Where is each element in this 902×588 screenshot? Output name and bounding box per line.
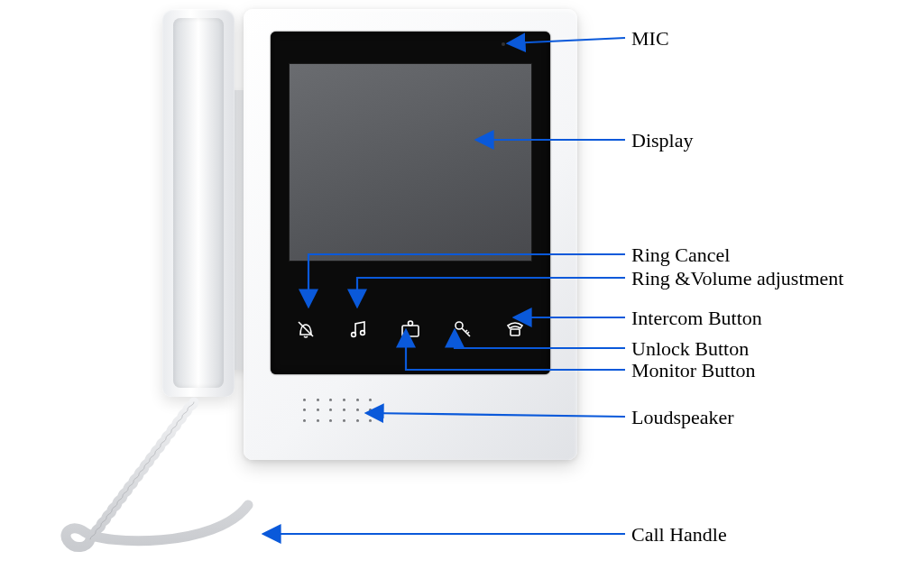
label-mic: MIC bbox=[631, 27, 669, 51]
label-ring-cancel: Ring Cancel bbox=[631, 243, 730, 267]
ring-volume-icon bbox=[345, 317, 371, 342]
intercom-icon bbox=[502, 317, 528, 342]
loudspeaker-grill bbox=[303, 399, 375, 426]
label-unlock: Unlock Button bbox=[631, 337, 749, 361]
svg-point-1 bbox=[352, 333, 356, 337]
intercom-device bbox=[162, 0, 577, 478]
svg-point-2 bbox=[361, 331, 365, 335]
mic-hole bbox=[502, 42, 505, 46]
unlock-icon bbox=[450, 317, 475, 342]
monitor-icon bbox=[398, 317, 423, 342]
black-panel bbox=[271, 32, 550, 374]
svg-point-4 bbox=[409, 321, 413, 326]
label-call-handle: Call Handle bbox=[631, 523, 727, 547]
label-ring-volume: Ring &Volume adjustment bbox=[631, 267, 843, 290]
label-intercom: Intercom Button bbox=[631, 307, 762, 330]
call-handle bbox=[162, 9, 235, 397]
svg-rect-6 bbox=[511, 329, 520, 335]
label-loudspeaker: Loudspeaker bbox=[631, 406, 734, 429]
svg-rect-3 bbox=[402, 326, 419, 336]
label-display: Display bbox=[631, 129, 693, 152]
button-row bbox=[293, 311, 528, 347]
ring-cancel-icon bbox=[293, 317, 318, 342]
display-screen bbox=[289, 63, 532, 262]
label-monitor: Monitor Button bbox=[631, 359, 756, 382]
svg-point-5 bbox=[456, 322, 463, 329]
console-body bbox=[244, 9, 577, 460]
